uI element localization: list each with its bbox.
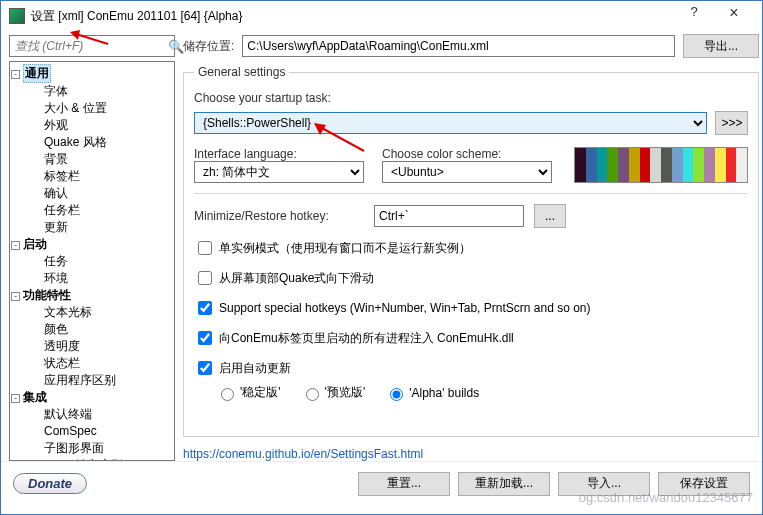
search-icon: 🔍 xyxy=(168,39,184,54)
quake-slide-checkbox[interactable]: 从屏幕顶部Quake式向下滑动 xyxy=(194,268,748,288)
tree-item[interactable]: 子图形界面 xyxy=(38,440,174,457)
collapse-icon[interactable]: - xyxy=(11,241,20,250)
help-button[interactable]: ? xyxy=(674,4,714,28)
docs-link[interactable]: https://conemu.github.io/en/SettingsFast… xyxy=(183,447,759,461)
palette-swatch xyxy=(736,148,747,182)
settings-tree[interactable]: -通用字体大小 & 位置外观Quake 风格背景标签栏确认任务栏更新-启动任务环… xyxy=(9,61,175,461)
export-button[interactable]: 导出... xyxy=(683,34,759,58)
donate-button[interactable]: Donate xyxy=(13,473,87,494)
hotkey-input[interactable] xyxy=(374,205,524,227)
startup-task-label: Choose your startup task: xyxy=(194,91,748,105)
hotkey-more-button[interactable]: ... xyxy=(534,204,566,228)
tree-group-label[interactable]: 集成 xyxy=(23,390,47,404)
tree-item[interactable]: 任务栏 xyxy=(38,202,174,219)
color-scheme-select[interactable]: <Ubuntu> xyxy=(382,161,552,183)
tree-item[interactable]: 透明度 xyxy=(38,338,174,355)
palette-swatch xyxy=(597,148,608,182)
tree-group-label[interactable]: 功能特性 xyxy=(23,288,71,302)
tree-item[interactable]: 默认终端 xyxy=(38,406,174,423)
palette-swatch xyxy=(618,148,629,182)
startup-task-select[interactable]: {Shells::PowerShell} xyxy=(194,112,707,134)
tree-group-label[interactable]: 启动 xyxy=(23,237,47,251)
tree-item[interactable]: 环境 xyxy=(38,270,174,287)
palette-swatch xyxy=(640,148,651,182)
lang-label: Interface language: xyxy=(194,147,364,161)
palette-swatch xyxy=(715,148,726,182)
tree-group[interactable]: -功能特性文本光标颜色透明度状态栏应用程序区别 xyxy=(24,287,174,389)
color-palette xyxy=(574,147,748,183)
close-button[interactable]: × xyxy=(714,4,754,28)
startup-more-button[interactable]: >>> xyxy=(715,111,748,135)
tree-group[interactable]: -通用字体大小 & 位置外观Quake 风格背景标签栏确认任务栏更新 xyxy=(24,64,174,236)
storage-label: 储存位置: xyxy=(183,38,234,55)
tree-item[interactable]: 更新 xyxy=(38,219,174,236)
search-box[interactable]: 🔍 xyxy=(9,35,175,57)
color-label: Choose color scheme: xyxy=(382,147,552,161)
tree-item[interactable]: 应用程序区别 xyxy=(38,372,174,389)
app-icon xyxy=(9,8,25,24)
tree-item[interactable]: 字体 xyxy=(38,83,174,100)
reset-button[interactable]: 重置... xyxy=(358,472,450,496)
tree-item[interactable]: 标签栏 xyxy=(38,168,174,185)
update-alpha-radio[interactable]: 'Alpha' builds xyxy=(385,385,479,401)
tree-item[interactable]: 背景 xyxy=(38,151,174,168)
palette-swatch xyxy=(575,148,586,182)
palette-swatch xyxy=(661,148,672,182)
auto-update-checkbox[interactable]: 启用自动更新 xyxy=(194,358,748,378)
collapse-icon[interactable]: - xyxy=(11,70,20,79)
palette-swatch xyxy=(683,148,694,182)
hotkey-label: Minimize/Restore hotkey: xyxy=(194,209,364,223)
tree-group[interactable]: -集成默认终端ComSpec子图形界面ANSI 转义序列 xyxy=(24,389,174,461)
reload-button[interactable]: 重新加载... xyxy=(458,472,550,496)
palette-swatch xyxy=(586,148,597,182)
palette-swatch xyxy=(704,148,715,182)
tree-group[interactable]: -启动任务环境 xyxy=(24,236,174,287)
collapse-icon[interactable]: - xyxy=(11,394,20,403)
tree-item[interactable]: 确认 xyxy=(38,185,174,202)
collapse-icon[interactable]: - xyxy=(11,292,20,301)
search-input[interactable] xyxy=(13,39,168,53)
update-preview-radio[interactable]: '预览版' xyxy=(301,384,366,401)
inject-hook-checkbox[interactable]: 向ConEmu标签页里启动的所有进程注入 ConEmuHk.dll xyxy=(194,328,748,348)
tree-item[interactable]: 外观 xyxy=(38,117,174,134)
lang-select[interactable]: zh: 简体中文 xyxy=(194,161,364,183)
palette-swatch xyxy=(726,148,737,182)
import-button[interactable]: 导入... xyxy=(558,472,650,496)
window-title: 设置 [xml] ConEmu 201101 [64] {Alpha} xyxy=(31,8,674,25)
storage-path-input[interactable] xyxy=(242,35,675,57)
save-settings-button[interactable]: 保存设置 xyxy=(658,472,750,496)
tree-group-label[interactable]: 通用 xyxy=(23,64,51,83)
palette-swatch xyxy=(672,148,683,182)
single-instance-checkbox[interactable]: 单实例模式（使用现有窗口而不是运行新实例） xyxy=(194,238,748,258)
tree-item[interactable]: 状态栏 xyxy=(38,355,174,372)
palette-swatch xyxy=(629,148,640,182)
tree-item[interactable]: 任务 xyxy=(38,253,174,270)
tree-item[interactable]: 大小 & 位置 xyxy=(38,100,174,117)
palette-swatch xyxy=(607,148,618,182)
palette-swatch xyxy=(650,148,661,182)
update-stable-radio[interactable]: '稳定版' xyxy=(216,384,281,401)
tree-item[interactable]: Quake 风格 xyxy=(38,134,174,151)
general-legend: General settings xyxy=(194,65,289,79)
tree-item[interactable]: 颜色 xyxy=(38,321,174,338)
tree-item[interactable]: ComSpec xyxy=(38,423,174,440)
general-settings-group: General settings Choose your startup tas… xyxy=(183,65,759,437)
tree-item[interactable]: 文本光标 xyxy=(38,304,174,321)
special-hotkeys-checkbox[interactable]: Support special hotkeys (Win+Number, Win… xyxy=(194,298,748,318)
tree-item[interactable]: ANSI 转义序列 xyxy=(38,457,174,461)
palette-swatch xyxy=(693,148,704,182)
